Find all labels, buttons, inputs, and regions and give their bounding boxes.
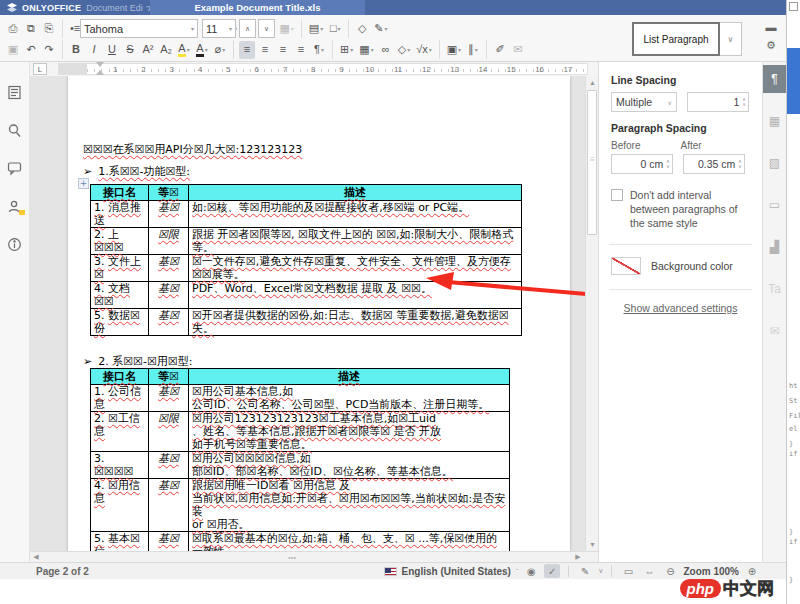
about-info-icon[interactable] <box>6 236 23 253</box>
align-left-button[interactable]: ≡ <box>239 41 255 59</box>
divider[interactable] <box>439 40 440 59</box>
page-indicator[interactable]: Page 2 of 2 <box>36 566 89 577</box>
scroll-down-arrow[interactable]: ▼ <box>586 538 598 551</box>
format-brush-button[interactable]: ✐ <box>492 41 508 59</box>
spinner-arrows-icon[interactable]: ∧∨ <box>666 159 670 169</box>
document-page[interactable]: ☒☒☒在系☒☒用API分☒几大☒:123123123 ➢1.系☒☒-功能☒型: … <box>68 76 570 551</box>
chart-settings-icon[interactable]: ▟ <box>763 233 787 261</box>
table-move-handle[interactable]: + <box>78 178 89 189</box>
horizontal-ruler[interactable]: 123456789101112131415161718 <box>58 63 588 75</box>
消息推送[interactable]: 1. 消息推送 基☒ 如:☒核、等☒用功能的及☒提醒接收者,移☒端 or PC端… <box>91 201 522 228</box>
track-changes-caret-icon[interactable]: ∨ <box>598 567 603 575</box>
decrease-font-button[interactable]: ∨ <box>258 19 275 38</box>
mailmerge-settings-icon[interactable]: ✉ <box>763 317 787 345</box>
insert-table-button[interactable]: ⊞▾ <box>338 41 355 59</box>
superscript-button[interactable]: A² <box>140 41 156 59</box>
search-icon[interactable] <box>6 122 23 139</box>
公司信息[interactable]: 1. 公司信息 基☒ ☒用公司基本信息,如 公司ID、公司名称、公司☒型、PCD… <box>91 385 510 412</box>
divider[interactable] <box>62 19 63 38</box>
spinner-arrows-icon[interactable]: ∧∨ <box>738 159 742 169</box>
columns-button[interactable]: ∥▾ <box>465 41 481 59</box>
spellcheck-toggle[interactable]: ✓ <box>544 564 560 578</box>
paste-button[interactable]: ⎘ <box>41 20 57 38</box>
table-button[interactable]: ▦▾ <box>357 41 375 59</box>
☒工信息[interactable]: 2. ☒工信息 ☒限 ☒用公司123123123123☒工基本信息,如☒工uid… <box>91 412 510 452</box>
show-advanced-settings-link[interactable]: Show advanced settings <box>611 302 750 314</box>
line-spacing-multiplier-input[interactable]: 1 ∧∨ <box>687 92 749 112</box>
divider[interactable] <box>233 40 234 59</box>
copy-style-button[interactable]: ✎▾ <box>372 20 389 38</box>
数据☒份[interactable]: 5. 数据☒份 基☒ ☒开☒者提供数据的☒份,如:日志、数据☒ 等重要数据,避免… <box>91 309 522 336</box>
navigation-thumbnails-icon[interactable] <box>6 84 23 101</box>
redo-button[interactable]: ↷ <box>41 41 57 59</box>
set-language-globe-icon[interactable]: ◉ <box>523 564 539 578</box>
document-vertical-scrollbar[interactable]: ▲ ▼ <box>585 76 598 551</box>
usage-type-table[interactable]: 接口名 等☒ 描述 1. 公司信息 基☒ ☒用公司基本信息,如 公司ID、公司名… <box>90 368 510 551</box>
function-type-table[interactable]: 接口名 等☒ 描述 1. 消息推送 基☒ 如:☒核、等☒用功能的及☒提醒接收者,… <box>90 184 522 336</box>
track-changes-button[interactable]: ✎ <box>577 564 593 578</box>
divider[interactable] <box>332 40 333 59</box>
textart-settings-icon[interactable]: Ta <box>763 275 787 303</box>
print-button[interactable]: ⎙ <box>5 20 21 38</box>
font-name-select[interactable]: Tahoma▾ <box>80 19 198 38</box>
merge-cells-button[interactable]: ▦▾ <box>277 20 295 38</box>
collapse-toolbar-icon[interactable]: ▬ <box>766 21 777 33</box>
increase-font-button[interactable]: ∧ <box>239 19 256 38</box>
☒用信息[interactable]: 4. ☒用信息 基☒ 跟据☒用唯一ID☒看 ☒用信息 及 当前状☒,☒用信息如:… <box>91 479 510 532</box>
interval-checkbox[interactable] <box>611 189 623 201</box>
基本☒位[interactable]: 5. 基本☒位 基☒ ☒取系☒最基本的☒位,如:箱、桶、包、支、☒ ...等,保… <box>91 532 510 552</box>
fit-width-button[interactable]: ⇔ <box>641 564 657 578</box>
justify-button[interactable]: ≡ <box>293 41 309 59</box>
scroll-up-arrow[interactable]: ▲ <box>586 76 598 89</box>
document-horizontal-scrollbar[interactable]: ◀ ••• ▶ <box>30 551 598 562</box>
underline-button[interactable]: U <box>104 41 120 59</box>
spacing-after-input[interactable]: 0.35 cm ∧∨ <box>683 154 745 174</box>
style-gallery-expand-button[interactable]: ∨ <box>720 22 742 56</box>
spinner-arrows-icon[interactable]: ∧∨ <box>742 97 746 107</box>
文件上☒[interactable]: 3. 文件上☒ 基☒ ☒一文件存☒,避免文件存☒重复、文件安全、文件管理、及方便… <box>91 255 522 282</box>
image-settings-icon[interactable]: ▨ <box>763 149 787 177</box>
language-selector[interactable]: English (United States) <box>402 566 511 577</box>
☒☒☒☒[interactable]: 3. ☒☒☒☒ 基☒ ☒用公司☒☒☒☒信息,如 部☒ID、部☒名称、☒位ID、☒… <box>91 452 510 479</box>
line-spacing-select[interactable]: Multiple∨ <box>611 92 677 112</box>
scroll-right-arrow[interactable]: ▶ <box>572 552 584 562</box>
align-center-button[interactable]: ≡ <box>257 41 273 59</box>
divider[interactable] <box>348 19 349 38</box>
settings-gear-icon[interactable]: ⚙ <box>766 39 776 52</box>
tab-selector[interactable]: L <box>33 63 47 75</box>
align-right-button[interactable]: ≡ <box>275 41 291 59</box>
undo-button[interactable]: ↶ <box>23 41 39 59</box>
vertical-scroll-thumb[interactable] <box>587 90 597 235</box>
strikethrough-button[interactable]: S <box>122 41 138 59</box>
header-footer-button[interactable]: ▤▾ <box>307 20 325 38</box>
style-gallery-current[interactable]: List Paragraph <box>632 22 720 56</box>
page-color-button[interactable]: ▣▾ <box>445 41 463 59</box>
clear-style-button[interactable]: ◇ <box>354 20 370 38</box>
style-gallery[interactable]: List Paragraph ∨ <box>632 22 742 56</box>
clear-format-button[interactable]: ⌀▾ <box>212 41 228 59</box>
highlight-color-button[interactable]: A▾ <box>176 41 192 59</box>
italic-button[interactable]: I <box>86 41 102 59</box>
background-color-swatch[interactable] <box>611 257 641 275</box>
divider[interactable] <box>301 19 302 38</box>
divider[interactable] <box>486 40 487 59</box>
上☒☒☒[interactable]: 2. 上☒☒☒ ☒限 跟据 开☒者☒限等☒, ☒取文件上☒的 ☒☒,如:限制大小… <box>91 228 522 255</box>
copy-button[interactable]: ⧉ <box>23 20 39 38</box>
scroll-left-arrow[interactable]: ◀ <box>30 552 42 562</box>
subscript-button[interactable]: A₂ <box>158 41 174 59</box>
文档☒☒[interactable]: 4. 文档☒☒ 基☒ PDF、Word、Excel常☒文档数据 提取 及 ☒☒。 <box>91 282 522 309</box>
shape-button[interactable]: ◇▾ <box>396 41 412 59</box>
zoom-in-button[interactable]: ⊕ <box>744 564 760 578</box>
paragraph-marks-button[interactable]: ¶▾ <box>311 41 327 59</box>
indent-markers[interactable] <box>96 62 104 74</box>
spacing-before-input[interactable]: 0 cm ∧∨ <box>611 154 673 174</box>
paragraph-settings-icon[interactable]: ¶ <box>763 65 787 93</box>
save-button[interactable]: ▣ <box>5 41 21 59</box>
chat-icon[interactable] <box>6 198 23 215</box>
equation-button[interactable]: √x▾ <box>414 41 434 59</box>
table-settings-icon[interactable]: ▦ <box>763 107 787 135</box>
shape-settings-icon[interactable]: ▭ <box>763 191 787 219</box>
font-color-button[interactable]: A▾ <box>194 41 210 59</box>
fit-page-button[interactable]: ▭ <box>620 564 636 578</box>
hyperlink-button[interactable]: ∞ <box>378 41 394 59</box>
